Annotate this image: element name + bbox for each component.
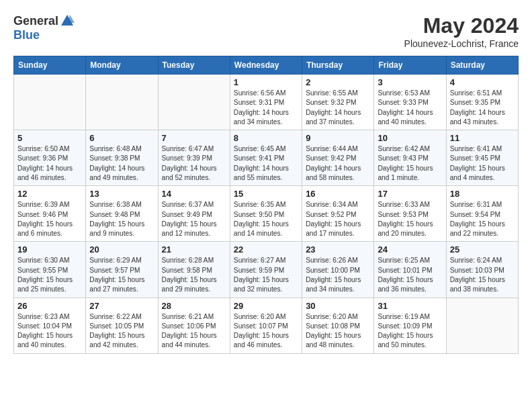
day-info: Sunrise: 6:48 AM Sunset: 9:38 PM Dayligh… bbox=[89, 144, 154, 183]
calendar-cell bbox=[14, 75, 86, 130]
day-info: Sunrise: 6:22 AM Sunset: 10:05 PM Daylig… bbox=[89, 312, 154, 351]
calendar-cell: 5Sunrise: 6:50 AM Sunset: 9:36 PM Daylig… bbox=[14, 130, 86, 186]
weekday-header-sunday: Sunday bbox=[14, 56, 86, 75]
day-info: Sunrise: 6:50 AM Sunset: 9:36 PM Dayligh… bbox=[17, 144, 82, 183]
day-number: 31 bbox=[378, 301, 442, 311]
day-number: 10 bbox=[378, 133, 442, 143]
weekday-header-friday: Friday bbox=[374, 56, 446, 75]
calendar-cell: 16Sunrise: 6:34 AM Sunset: 9:52 PM Dayli… bbox=[302, 186, 374, 242]
day-info: Sunrise: 6:34 AM Sunset: 9:52 PM Dayligh… bbox=[306, 200, 370, 238]
day-number: 13 bbox=[89, 189, 154, 199]
calendar-cell: 25Sunrise: 6:24 AM Sunset: 10:03 PM Dayl… bbox=[446, 242, 518, 298]
calendar-cell: 28Sunrise: 6:21 AM Sunset: 10:06 PM Dayl… bbox=[158, 298, 230, 353]
day-number: 11 bbox=[450, 133, 515, 143]
calendar-cell: 13Sunrise: 6:38 AM Sunset: 9:48 PM Dayli… bbox=[86, 186, 158, 242]
day-info: Sunrise: 6:29 AM Sunset: 9:57 PM Dayligh… bbox=[89, 256, 154, 294]
day-info: Sunrise: 6:23 AM Sunset: 10:04 PM Daylig… bbox=[17, 312, 82, 351]
day-number: 27 bbox=[89, 301, 154, 311]
day-info: Sunrise: 6:53 AM Sunset: 9:33 PM Dayligh… bbox=[378, 89, 442, 127]
calendar-week-row: 19Sunrise: 6:30 AM Sunset: 9:55 PM Dayli… bbox=[14, 242, 519, 298]
calendar-cell: 11Sunrise: 6:41 AM Sunset: 9:45 PM Dayli… bbox=[446, 130, 518, 186]
calendar-week-row: 5Sunrise: 6:50 AM Sunset: 9:36 PM Daylig… bbox=[14, 130, 519, 186]
calendar-cell: 6Sunrise: 6:48 AM Sunset: 9:38 PM Daylig… bbox=[86, 130, 158, 186]
calendar-cell: 29Sunrise: 6:20 AM Sunset: 10:07 PM Dayl… bbox=[230, 298, 302, 353]
calendar-cell: 1Sunrise: 6:56 AM Sunset: 9:31 PM Daylig… bbox=[230, 75, 302, 130]
logo-blue-text: Blue bbox=[13, 28, 40, 42]
calendar-cell: 17Sunrise: 6:33 AM Sunset: 9:53 PM Dayli… bbox=[374, 186, 446, 242]
calendar-cell bbox=[158, 75, 230, 130]
calendar-cell: 24Sunrise: 6:25 AM Sunset: 10:01 PM Dayl… bbox=[374, 242, 446, 298]
calendar-header-row: SundayMondayTuesdayWednesdayThursdayFrid… bbox=[14, 56, 519, 75]
calendar-cell: 4Sunrise: 6:51 AM Sunset: 9:35 PM Daylig… bbox=[446, 75, 518, 130]
day-info: Sunrise: 6:55 AM Sunset: 9:32 PM Dayligh… bbox=[306, 89, 370, 127]
day-number: 4 bbox=[450, 77, 515, 87]
day-info: Sunrise: 6:41 AM Sunset: 9:45 PM Dayligh… bbox=[450, 144, 515, 183]
day-number: 9 bbox=[306, 133, 370, 143]
day-number: 22 bbox=[234, 244, 298, 255]
logo-icon bbox=[60, 13, 75, 28]
day-info: Sunrise: 6:19 AM Sunset: 10:09 PM Daylig… bbox=[378, 312, 442, 351]
calendar-week-row: 26Sunrise: 6:23 AM Sunset: 10:04 PM Dayl… bbox=[14, 298, 519, 353]
weekday-header-wednesday: Wednesday bbox=[230, 56, 302, 75]
day-number: 1 bbox=[234, 77, 298, 87]
calendar-cell: 19Sunrise: 6:30 AM Sunset: 9:55 PM Dayli… bbox=[14, 242, 86, 298]
weekday-header-thursday: Thursday bbox=[302, 56, 374, 75]
title-block: May 2024 Plounevez-Lochrist, France bbox=[404, 13, 519, 49]
day-info: Sunrise: 6:26 AM Sunset: 10:00 PM Daylig… bbox=[306, 256, 370, 294]
calendar-cell: 30Sunrise: 6:20 AM Sunset: 10:08 PM Dayl… bbox=[302, 298, 374, 353]
day-info: Sunrise: 6:35 AM Sunset: 9:50 PM Dayligh… bbox=[234, 200, 298, 238]
calendar-cell: 15Sunrise: 6:35 AM Sunset: 9:50 PM Dayli… bbox=[230, 186, 302, 242]
calendar-cell: 26Sunrise: 6:23 AM Sunset: 10:04 PM Dayl… bbox=[14, 298, 86, 353]
day-info: Sunrise: 6:30 AM Sunset: 9:55 PM Dayligh… bbox=[17, 256, 82, 294]
logo: General Blue bbox=[13, 13, 75, 42]
day-info: Sunrise: 6:44 AM Sunset: 9:42 PM Dayligh… bbox=[306, 144, 370, 183]
calendar-cell: 27Sunrise: 6:22 AM Sunset: 10:05 PM Dayl… bbox=[86, 298, 158, 353]
day-info: Sunrise: 6:28 AM Sunset: 9:58 PM Dayligh… bbox=[162, 256, 226, 294]
calendar-cell bbox=[446, 298, 518, 353]
calendar-cell: 18Sunrise: 6:31 AM Sunset: 9:54 PM Dayli… bbox=[446, 186, 518, 242]
day-number: 29 bbox=[234, 301, 298, 311]
location-title: Plounevez-Lochrist, France bbox=[404, 38, 519, 49]
day-number: 6 bbox=[89, 133, 154, 143]
day-number: 15 bbox=[234, 189, 298, 199]
calendar-cell: 23Sunrise: 6:26 AM Sunset: 10:00 PM Dayl… bbox=[302, 242, 374, 298]
day-info: Sunrise: 6:33 AM Sunset: 9:53 PM Dayligh… bbox=[378, 200, 442, 238]
day-number: 5 bbox=[17, 133, 82, 143]
day-number: 17 bbox=[378, 189, 442, 199]
day-number: 7 bbox=[162, 133, 226, 143]
day-number: 20 bbox=[89, 244, 154, 255]
calendar-cell: 21Sunrise: 6:28 AM Sunset: 9:58 PM Dayli… bbox=[158, 242, 230, 298]
day-info: Sunrise: 6:27 AM Sunset: 9:59 PM Dayligh… bbox=[234, 256, 298, 294]
calendar-table: SundayMondayTuesdayWednesdayThursdayFrid… bbox=[13, 56, 519, 354]
calendar-cell: 20Sunrise: 6:29 AM Sunset: 9:57 PM Dayli… bbox=[86, 242, 158, 298]
day-number: 8 bbox=[234, 133, 298, 143]
calendar-cell: 2Sunrise: 6:55 AM Sunset: 9:32 PM Daylig… bbox=[302, 75, 374, 130]
logo-general-text: General bbox=[13, 14, 58, 28]
day-number: 3 bbox=[378, 77, 442, 87]
calendar-cell: 31Sunrise: 6:19 AM Sunset: 10:09 PM Dayl… bbox=[374, 298, 446, 353]
day-number: 21 bbox=[162, 244, 226, 255]
calendar-cell: 7Sunrise: 6:47 AM Sunset: 9:39 PM Daylig… bbox=[158, 130, 230, 186]
calendar-cell: 9Sunrise: 6:44 AM Sunset: 9:42 PM Daylig… bbox=[302, 130, 374, 186]
day-info: Sunrise: 6:20 AM Sunset: 10:08 PM Daylig… bbox=[306, 312, 370, 351]
day-info: Sunrise: 6:24 AM Sunset: 10:03 PM Daylig… bbox=[450, 256, 515, 294]
day-number: 12 bbox=[17, 189, 82, 199]
calendar-cell: 14Sunrise: 6:37 AM Sunset: 9:49 PM Dayli… bbox=[158, 186, 230, 242]
day-number: 16 bbox=[306, 189, 370, 199]
calendar-cell: 10Sunrise: 6:42 AM Sunset: 9:43 PM Dayli… bbox=[374, 130, 446, 186]
day-number: 23 bbox=[306, 244, 370, 255]
weekday-header-saturday: Saturday bbox=[446, 56, 518, 75]
day-info: Sunrise: 6:42 AM Sunset: 9:43 PM Dayligh… bbox=[378, 144, 442, 183]
day-info: Sunrise: 6:31 AM Sunset: 9:54 PM Dayligh… bbox=[450, 200, 515, 238]
calendar-cell: 3Sunrise: 6:53 AM Sunset: 9:33 PM Daylig… bbox=[374, 75, 446, 130]
day-info: Sunrise: 6:25 AM Sunset: 10:01 PM Daylig… bbox=[378, 256, 442, 294]
day-number: 24 bbox=[378, 244, 442, 255]
weekday-header-tuesday: Tuesday bbox=[158, 56, 230, 75]
day-number: 18 bbox=[450, 189, 515, 199]
calendar-cell: 12Sunrise: 6:39 AM Sunset: 9:46 PM Dayli… bbox=[14, 186, 86, 242]
day-number: 25 bbox=[450, 244, 515, 255]
weekday-header-monday: Monday bbox=[86, 56, 158, 75]
calendar-cell: 8Sunrise: 6:45 AM Sunset: 9:41 PM Daylig… bbox=[230, 130, 302, 186]
day-info: Sunrise: 6:21 AM Sunset: 10:06 PM Daylig… bbox=[162, 312, 226, 351]
day-number: 2 bbox=[306, 77, 370, 87]
